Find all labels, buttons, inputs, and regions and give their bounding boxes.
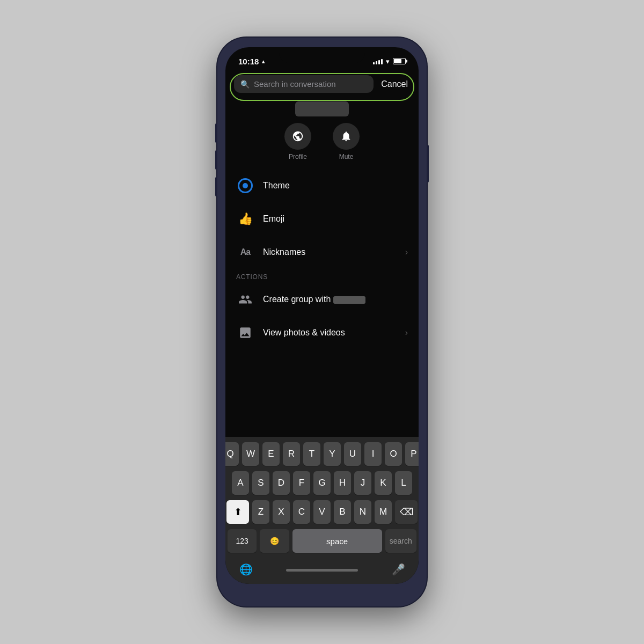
mute-icon-circle xyxy=(333,123,360,150)
profile-label: Profile xyxy=(289,153,307,160)
signal-bar-2 xyxy=(376,61,377,64)
theme-icon xyxy=(236,177,254,195)
location-arrow-icon: ▴ xyxy=(262,58,265,64)
menu-section: Theme 👍 Emoji Aa Nicknames › ACTIONS xyxy=(225,169,419,437)
key-x[interactable]: X xyxy=(273,500,290,524)
delete-key[interactable]: ⌫ xyxy=(395,500,418,524)
wifi-icon: ▾ xyxy=(386,57,390,65)
phone-frame: 10:18 ▴ ▾ 🔍 Search in con xyxy=(217,38,427,606)
key-h[interactable]: H xyxy=(334,471,351,495)
aa-icon: Aa xyxy=(240,247,250,257)
notch xyxy=(279,47,365,63)
contact-avatar xyxy=(295,101,349,116)
keyboard-bottom-row: 🌐 🎤 xyxy=(228,558,416,582)
view-photos-icon xyxy=(236,324,254,342)
keyboard-row-2: A S D F G H J K L xyxy=(228,471,416,495)
key-j[interactable]: J xyxy=(354,471,371,495)
group-people-icon xyxy=(238,292,252,306)
mute-label: Mute xyxy=(339,153,354,160)
facebook-icon xyxy=(292,130,304,142)
create-group-icon xyxy=(236,290,254,309)
key-k[interactable]: K xyxy=(375,471,392,495)
signal-bar-4 xyxy=(381,59,383,64)
search-key[interactable]: search xyxy=(385,529,416,553)
contact-header: Profile Mute xyxy=(225,97,419,169)
keyboard-row-1: Q W E R T Y U I O P xyxy=(228,442,416,466)
emoji-key[interactable]: 😊 xyxy=(260,529,289,553)
key-n[interactable]: N xyxy=(354,500,371,524)
shift-key[interactable]: ⬆ xyxy=(226,500,249,524)
view-photos-menu-item[interactable]: View photos & videos › xyxy=(225,316,419,349)
time-display: 10:18 xyxy=(238,57,259,66)
emoji-label: Emoji xyxy=(263,214,408,224)
status-time: 10:18 ▴ xyxy=(238,57,265,66)
keyboard: Q W E R T Y U I O P A S D F G H J K xyxy=(225,437,419,584)
search-placeholder: Search in conversation xyxy=(254,79,367,89)
contact-actions: Profile Mute xyxy=(284,123,360,160)
status-icons: ▾ xyxy=(373,57,406,65)
signal-bar-1 xyxy=(373,62,375,64)
microphone-key[interactable]: 🎤 xyxy=(389,560,408,579)
theme-menu-item[interactable]: Theme xyxy=(225,169,419,202)
key-d[interactable]: D xyxy=(273,471,290,495)
key-c[interactable]: C xyxy=(293,500,310,524)
nicknames-label: Nicknames xyxy=(263,247,397,257)
signal-bar-3 xyxy=(378,60,380,64)
key-e[interactable]: E xyxy=(262,442,280,466)
key-v[interactable]: V xyxy=(313,500,331,524)
key-t[interactable]: T xyxy=(303,442,320,466)
key-z[interactable]: Z xyxy=(252,500,269,524)
bell-icon xyxy=(340,130,352,142)
theme-dot-icon xyxy=(238,178,253,193)
profile-icon-circle xyxy=(284,123,311,150)
battery-icon xyxy=(393,58,406,64)
space-key[interactable]: space xyxy=(292,529,382,553)
emoji-menu-item[interactable]: 👍 Emoji xyxy=(225,202,419,236)
create-group-menu-item[interactable]: Create group with xyxy=(225,283,419,316)
key-s[interactable]: S xyxy=(252,471,269,495)
nicknames-chevron-icon: › xyxy=(405,247,408,257)
numbers-key[interactable]: 123 xyxy=(228,529,257,553)
actions-section-label: ACTIONS xyxy=(225,269,419,283)
nicknames-icon: Aa xyxy=(236,243,254,261)
signal-bars-icon xyxy=(373,58,383,64)
key-y[interactable]: Y xyxy=(324,442,341,466)
key-u[interactable]: U xyxy=(344,442,361,466)
nicknames-menu-item[interactable]: Aa Nicknames › xyxy=(225,236,419,269)
blurred-name xyxy=(333,296,365,304)
thumbs-up-icon: 👍 xyxy=(238,212,253,226)
keyboard-row-4: 123 😊 space search xyxy=(228,529,416,553)
search-bar[interactable]: 🔍 Search in conversation xyxy=(234,75,374,93)
key-o[interactable]: O xyxy=(385,442,402,466)
create-group-label: Create group with xyxy=(263,295,408,304)
search-icon: 🔍 xyxy=(240,80,250,89)
key-b[interactable]: B xyxy=(334,500,351,524)
keyboard-row-3: ⬆ Z X C V B N M ⌫ xyxy=(228,500,416,524)
key-g[interactable]: G xyxy=(313,471,331,495)
view-photos-chevron-icon: › xyxy=(405,328,408,338)
key-l[interactable]: L xyxy=(395,471,412,495)
mute-action[interactable]: Mute xyxy=(333,123,360,160)
key-m[interactable]: M xyxy=(375,500,392,524)
theme-label: Theme xyxy=(263,181,408,191)
profile-action[interactable]: Profile xyxy=(284,123,311,160)
search-area: 🔍 Search in conversation Cancel xyxy=(225,71,419,97)
home-indicator xyxy=(286,569,358,572)
globe-key[interactable]: 🌐 xyxy=(236,560,255,579)
key-p[interactable]: P xyxy=(405,442,419,466)
emoji-icon: 👍 xyxy=(236,210,254,228)
battery-fill xyxy=(394,59,401,63)
photo-icon xyxy=(238,326,252,340)
view-photos-label: View photos & videos xyxy=(263,328,397,338)
key-a[interactable]: A xyxy=(232,471,249,495)
key-f[interactable]: F xyxy=(293,471,310,495)
key-r[interactable]: R xyxy=(283,442,300,466)
key-i[interactable]: I xyxy=(364,442,382,466)
key-q[interactable]: Q xyxy=(225,442,239,466)
cancel-button[interactable]: Cancel xyxy=(379,77,410,91)
phone-screen: 10:18 ▴ ▾ 🔍 Search in con xyxy=(225,47,419,584)
key-w[interactable]: W xyxy=(242,442,259,466)
